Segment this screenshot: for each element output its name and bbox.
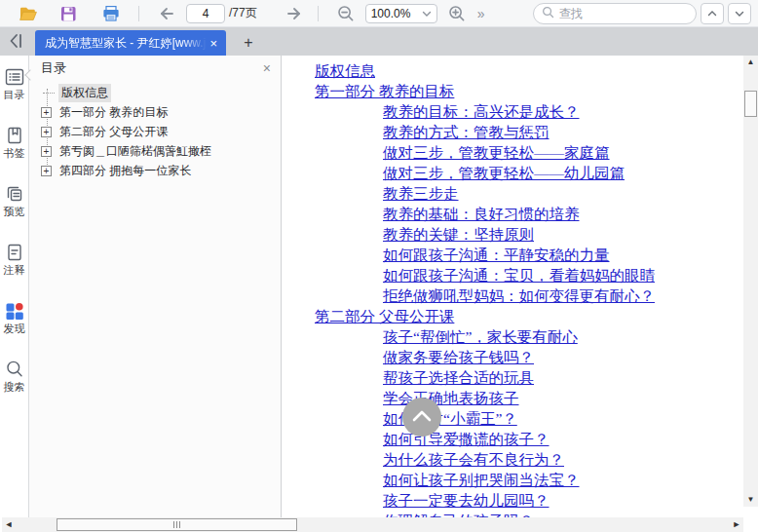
sidebar-item-search[interactable]: 搜索 bbox=[0, 360, 29, 393]
document-page: 版权信息第一部分 教养的目标教养的目标：高兴还是成长？教养的方式：管教与惩罚做对… bbox=[283, 56, 743, 532]
toolbar-separator bbox=[318, 6, 319, 21]
magnifier-plus-icon bbox=[447, 4, 467, 23]
toc-tree-item[interactable]: +第二部分 父母公开课 bbox=[29, 122, 281, 141]
toc-link-entry[interactable]: 做家务要给孩子钱吗？ bbox=[383, 347, 534, 367]
zoom-out-button[interactable] bbox=[332, 2, 360, 25]
doc-row: 做对三步，管教更轻松——家庭篇 bbox=[283, 142, 743, 163]
toc-link-entry[interactable]: 孩子“帮倒忙”，家长要有耐心 bbox=[383, 326, 578, 347]
find-input[interactable] bbox=[559, 7, 688, 20]
toc-item-label: 版权信息 bbox=[58, 84, 111, 102]
scroll-down-icon[interactable]: ▼ bbox=[743, 495, 758, 505]
bookmark-icon bbox=[5, 126, 24, 145]
back-to-top-button[interactable] bbox=[402, 398, 441, 437]
arrow-left-icon bbox=[157, 4, 176, 23]
toc-tree-item[interactable]: +第亐阂＿口陋筛楉偶萅魟撖桎 bbox=[29, 141, 281, 161]
scroll-up-icon[interactable]: ▲ bbox=[743, 57, 758, 67]
doc-row: 第二部分 父母公开课 bbox=[283, 306, 743, 326]
main-toolbar: /77页 100.0% » bbox=[0, 0, 758, 27]
doc-row: 为什么孩子会有不良行为？ bbox=[283, 449, 743, 470]
find-previous-button[interactable] bbox=[701, 3, 724, 24]
toc-link-entry[interactable]: 教养的目标：高兴还是成长？ bbox=[383, 101, 580, 122]
print-button[interactable] bbox=[97, 2, 125, 25]
toc-tree-item[interactable]: +第四部分 拥抱每一位家长 bbox=[29, 161, 281, 180]
sidebar-item-label: 发现 bbox=[4, 323, 25, 334]
active-document-tab[interactable]: 成为智慧型家长 - 尹红婷[www.j × bbox=[35, 30, 226, 56]
chevron-left-bar-icon bbox=[7, 38, 26, 53]
close-tab-icon[interactable]: × bbox=[207, 35, 220, 52]
sidebar-item-discover[interactable]: 发现 bbox=[0, 301, 29, 334]
toc-link-entry[interactable]: 为什么孩子会有不良行为？ bbox=[383, 449, 564, 470]
toc-link-section[interactable]: 版权信息 bbox=[315, 60, 375, 81]
doc-row: 如何让孩子别把哭闹当法宝？ bbox=[283, 470, 743, 490]
expand-plus-icon[interactable]: + bbox=[41, 166, 52, 176]
previous-page-button[interactable] bbox=[153, 2, 180, 25]
preview-icon bbox=[5, 184, 24, 204]
sidebar-item-bookmark[interactable]: 书签 bbox=[0, 126, 29, 159]
doc-row: 如何跟孩子沟通：宝贝，看着妈妈的眼睛 bbox=[283, 265, 743, 285]
toc-tree-item[interactable]: +第一部分 教养的目标 bbox=[29, 102, 281, 122]
more-tools-button[interactable]: » bbox=[471, 2, 492, 25]
toc-link-entry[interactable]: 拒绝做狮吼型妈妈：如何变得更有耐心？ bbox=[383, 285, 655, 306]
doc-row: 如何面对“小霸王”？ bbox=[283, 408, 743, 429]
sidebar-item-label: 预览 bbox=[4, 206, 25, 217]
find-box[interactable] bbox=[533, 3, 697, 24]
main-area: 目录 书签 预览 注释 发现 搜索 目录 × 版权信息+第一部分 教养的目标+第… bbox=[0, 56, 758, 532]
sidebar-item-toc[interactable]: 目录 bbox=[0, 67, 29, 100]
scroll-right-icon[interactable]: ► bbox=[730, 517, 743, 532]
scroll-left-icon[interactable]: ◄ bbox=[2, 517, 16, 532]
expand-plus-icon[interactable]: + bbox=[41, 146, 52, 157]
zoom-level-value: 100.0% bbox=[371, 7, 411, 20]
toc-link-entry[interactable]: 如何跟孩子沟通：平静安稳的力量 bbox=[383, 245, 610, 265]
sidebar-item-label: 书签 bbox=[4, 147, 25, 159]
find-next-button[interactable] bbox=[728, 3, 751, 24]
toc-link-entry[interactable]: 如何跟孩子沟通：宝贝，看着妈妈的眼睛 bbox=[383, 265, 655, 285]
close-panel-icon[interactable]: × bbox=[261, 60, 273, 76]
toc-link-entry[interactable]: 如何让孩子别把哭闹当法宝？ bbox=[383, 470, 580, 490]
toc-link-entry[interactable]: 做对三步，管教更轻松——家庭篇 bbox=[383, 142, 610, 163]
tab-title: 成为智慧型家长 - 尹红婷[www.j bbox=[45, 35, 207, 52]
toc-link-entry[interactable]: 孩子一定要去幼儿园吗？ bbox=[383, 490, 550, 511]
toc-link-entry[interactable]: 如何引导爱撒谎的孩子？ bbox=[383, 429, 550, 449]
zoom-in-button[interactable] bbox=[443, 2, 471, 25]
toc-link-entry[interactable]: 教养的方式：管教与惩罚 bbox=[383, 122, 550, 142]
toc-link-entry[interactable]: 帮孩子选择合适的玩具 bbox=[383, 367, 534, 388]
horizontal-scroll-thumb[interactable] bbox=[57, 518, 297, 531]
doc-row: 教养的方式：管教与惩罚 bbox=[283, 122, 743, 142]
doc-row: 教养的关键：坚持原则 bbox=[283, 224, 743, 245]
vertical-scroll-thumb[interactable] bbox=[744, 91, 757, 117]
search-icon bbox=[542, 5, 554, 22]
vertical-scrollbar[interactable]: ▲ ▼ bbox=[743, 56, 758, 507]
next-page-button[interactable] bbox=[281, 2, 308, 25]
thumb-grip bbox=[176, 521, 177, 528]
discover-icon bbox=[5, 301, 24, 321]
toc-link-entry[interactable]: 做对三步，管教更轻松——幼儿园篇 bbox=[383, 163, 625, 183]
toc-link-entry[interactable]: 教养的关键：坚持原则 bbox=[383, 224, 534, 245]
horizontal-scrollbar[interactable]: ◄ ► bbox=[2, 517, 743, 532]
toc-link-section[interactable]: 第一部分 教养的目标 bbox=[315, 81, 454, 101]
expand-plus-icon[interactable]: + bbox=[41, 107, 52, 118]
left-icon-sidebar: 目录 书签 预览 注释 发现 搜索 bbox=[0, 56, 29, 532]
toc-link-entry[interactable]: 教养三步走 bbox=[383, 183, 459, 204]
save-button[interactable] bbox=[55, 2, 82, 25]
sidebar-item-preview[interactable]: 预览 bbox=[0, 184, 29, 217]
sidebar-item-annotation[interactable]: 注释 bbox=[0, 243, 29, 276]
doc-row: 做家务要给孩子钱吗？ bbox=[283, 347, 743, 367]
zoom-level-select[interactable]: 100.0% bbox=[365, 4, 437, 23]
toc-link-entry[interactable]: 学会正确地表扬孩子 bbox=[383, 388, 519, 408]
chevron-down-icon bbox=[422, 7, 432, 20]
toc-link-entry[interactable]: 教养的基础：良好习惯的培养 bbox=[383, 204, 580, 224]
toc-item-label: 第亐阂＿口陋筛楉偶萅魟撖桎 bbox=[57, 142, 214, 161]
toc-link-section[interactable]: 第二部分 父母公开课 bbox=[315, 306, 454, 326]
sidebar-item-label: 注释 bbox=[4, 264, 25, 276]
open-file-button[interactable] bbox=[14, 2, 41, 25]
sidebar-item-label: 搜索 bbox=[4, 381, 25, 393]
doc-row: 教养的基础：良好习惯的培养 bbox=[283, 204, 743, 224]
chevron-up-icon bbox=[411, 409, 433, 426]
expand-plus-icon[interactable]: + bbox=[41, 127, 52, 137]
page-number-input[interactable] bbox=[186, 4, 225, 23]
toc-tree-item[interactable]: 版权信息 bbox=[29, 83, 281, 102]
printer-icon bbox=[101, 4, 121, 23]
new-tab-button[interactable]: + bbox=[238, 33, 259, 53]
toc-item-label: 第四部分 拥抱每一位家长 bbox=[57, 162, 194, 180]
collapse-tabs-button[interactable] bbox=[6, 32, 27, 52]
